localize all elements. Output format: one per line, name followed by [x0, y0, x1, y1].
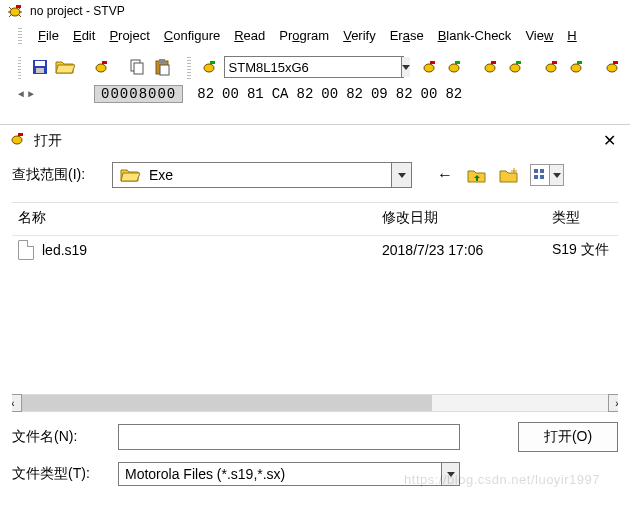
- hex-bytes: 820081CA82008209820082: [197, 86, 470, 102]
- save-icon[interactable]: [29, 55, 50, 79]
- menu-configure[interactable]: Configure: [164, 28, 220, 43]
- device-input[interactable]: [225, 57, 401, 77]
- new-folder-icon[interactable]: [498, 164, 520, 186]
- svg-rect-33: [613, 61, 618, 64]
- svg-rect-10: [36, 68, 44, 73]
- bug-red-icon[interactable]: [90, 55, 111, 79]
- bug-red2-icon[interactable]: [419, 55, 440, 79]
- file-type: S19 文件: [552, 241, 618, 259]
- list-item[interactable]: led.s19 2018/7/23 17:06 S19 文件: [12, 236, 618, 264]
- svg-rect-25: [491, 61, 496, 64]
- close-icon[interactable]: ✕: [599, 131, 620, 150]
- svg-point-26: [510, 64, 520, 72]
- folder-open-icon: [119, 166, 141, 184]
- main-titlebar: no project - STVP: [0, 0, 630, 22]
- scroll-track[interactable]: [22, 394, 608, 412]
- view-mode-dropdown-icon[interactable]: [549, 165, 563, 185]
- lookin-input[interactable]: [147, 166, 391, 184]
- menu-view[interactable]: View: [525, 28, 553, 43]
- svg-point-32: [607, 64, 617, 72]
- view-mode-button[interactable]: [530, 164, 564, 186]
- menu-blankcheck[interactable]: Blank-Check: [438, 28, 512, 43]
- paste-icon[interactable]: [151, 55, 172, 79]
- svg-rect-17: [160, 65, 169, 75]
- lookin-label: 查找范围(I):: [12, 166, 102, 184]
- svg-rect-12: [102, 61, 107, 64]
- filetype-dropdown-icon[interactable]: [441, 463, 459, 485]
- dialog-title: 打开: [34, 132, 62, 150]
- svg-rect-27: [516, 61, 521, 64]
- col-name[interactable]: 名称: [12, 209, 382, 227]
- svg-point-24: [485, 64, 495, 72]
- scroll-right-icon[interactable]: ►: [28, 89, 34, 100]
- menu-erase[interactable]: Erase: [390, 28, 424, 43]
- svg-rect-19: [210, 61, 215, 64]
- col-type[interactable]: 类型: [552, 209, 618, 227]
- device-dropdown-icon[interactable]: [401, 57, 410, 77]
- menu-program[interactable]: Program: [279, 28, 329, 43]
- col-date[interactable]: 修改日期: [382, 209, 552, 227]
- svg-rect-9: [35, 61, 45, 66]
- menu-verify[interactable]: Verify: [343, 28, 376, 43]
- menu-file[interactable]: File: [38, 28, 59, 43]
- menubar: File Edit Project Configure Read Program…: [0, 22, 630, 50]
- open-button[interactable]: 打开(O): [518, 422, 618, 452]
- lookin-dropdown-icon[interactable]: [391, 163, 411, 187]
- scroll-thumb[interactable]: [22, 395, 432, 411]
- svg-point-20: [424, 64, 434, 72]
- menu-project[interactable]: Project: [109, 28, 149, 43]
- svg-rect-7: [16, 5, 21, 8]
- toolbar: [0, 50, 630, 84]
- up-folder-icon[interactable]: [466, 164, 488, 186]
- file-icon: [18, 240, 34, 260]
- menu-edit[interactable]: Edit: [73, 28, 95, 43]
- back-icon[interactable]: ←: [434, 164, 456, 186]
- lookin-combo[interactable]: [112, 162, 412, 188]
- scroll-left-button[interactable]: ‹: [12, 394, 22, 412]
- toolbar-gripper: [18, 55, 21, 79]
- hscrollbar[interactable]: ‹ ›: [12, 394, 618, 412]
- menu-read[interactable]: Read: [234, 28, 265, 43]
- svg-rect-14: [134, 63, 143, 74]
- svg-rect-39: [540, 169, 544, 173]
- svg-point-22: [449, 64, 459, 72]
- svg-rect-31: [577, 61, 582, 64]
- svg-point-28: [546, 64, 556, 72]
- menu-help[interactable]: H: [567, 28, 576, 43]
- svg-point-30: [571, 64, 581, 72]
- svg-rect-38: [534, 169, 538, 173]
- app-icon: [6, 3, 24, 19]
- file-list[interactable]: 名称 修改日期 类型 led.s19 2018/7/23 17:06 S19 文…: [12, 202, 618, 412]
- copy-icon[interactable]: [126, 55, 147, 79]
- filename-label: 文件名(N):: [12, 428, 102, 446]
- bug-green-icon[interactable]: [199, 55, 220, 79]
- view-grid-icon: [531, 165, 549, 185]
- bug-green2-icon[interactable]: [443, 55, 464, 79]
- filetype-combo[interactable]: [118, 462, 460, 486]
- bug-red3-icon[interactable]: [479, 55, 500, 79]
- svg-rect-29: [552, 61, 557, 64]
- svg-rect-35: [18, 133, 23, 136]
- bug-green4-icon[interactable]: [565, 55, 586, 79]
- list-header: 名称 修改日期 类型: [12, 203, 618, 236]
- svg-rect-16: [159, 59, 165, 63]
- bug-red4-icon[interactable]: [540, 55, 561, 79]
- svg-rect-21: [430, 61, 435, 64]
- filename-input[interactable]: [118, 424, 460, 450]
- svg-point-18: [204, 64, 214, 72]
- dialog-app-icon: [8, 131, 26, 150]
- svg-point-34: [12, 136, 22, 144]
- file-name: led.s19: [42, 242, 87, 258]
- scroll-left-icon[interactable]: ◄: [18, 89, 24, 100]
- open-icon[interactable]: [54, 55, 75, 79]
- filetype-label: 文件类型(T):: [12, 465, 102, 483]
- svg-rect-23: [455, 61, 460, 64]
- open-dialog: 打开 ✕ 查找范围(I): ←: [0, 124, 630, 513]
- filetype-input[interactable]: [119, 464, 441, 484]
- scroll-right-button[interactable]: ›: [608, 394, 618, 412]
- bug-green3-icon[interactable]: [504, 55, 525, 79]
- svg-rect-40: [534, 175, 538, 179]
- bug-red5-icon[interactable]: [601, 55, 622, 79]
- file-date: 2018/7/23 17:06: [382, 242, 552, 258]
- device-combo[interactable]: [224, 56, 404, 78]
